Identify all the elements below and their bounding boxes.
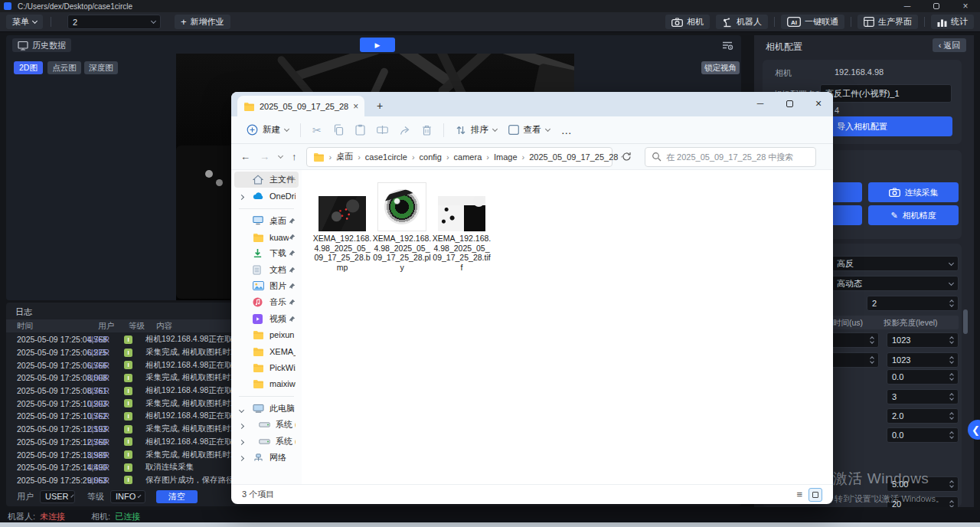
chevron-right-icon[interactable] bbox=[240, 421, 243, 430]
new-tab-button[interactable]: + bbox=[377, 100, 383, 112]
param-spinner-4[interactable]: 0.0 bbox=[887, 427, 959, 443]
breadcrumb-segment[interactable]: Image bbox=[494, 152, 518, 162]
stats-button[interactable]: 统计 bbox=[931, 15, 974, 29]
play-button[interactable]: ▶ bbox=[360, 38, 395, 52]
ai-connect-button[interactable]: AI 一键联通 bbox=[781, 15, 844, 29]
param-spinner-2[interactable]: 3 bbox=[887, 389, 959, 404]
explorer-tab[interactable]: 2025_05_09_17_25_28 × bbox=[237, 96, 364, 116]
mode-select-1[interactable]: 高反 bbox=[831, 256, 959, 271]
back-nav-icon[interactable]: ← bbox=[240, 151, 250, 162]
list-view-icon[interactable]: ≡ bbox=[796, 489, 802, 500]
recent-locations-icon[interactable] bbox=[278, 153, 283, 159]
robot-icon bbox=[722, 17, 733, 28]
sidebar-item-this-pc[interactable]: 此电脑 bbox=[234, 401, 299, 417]
mode-select-1-value: 高反 bbox=[837, 258, 854, 270]
sidebar-item-desktop[interactable]: 桌面 bbox=[234, 213, 299, 229]
chevron-right-icon[interactable] bbox=[240, 437, 243, 446]
copy-icon[interactable] bbox=[333, 124, 344, 136]
explorer-close-button[interactable]: × bbox=[804, 92, 833, 115]
brightness-spinner-2[interactable]: 1023 bbox=[887, 352, 959, 368]
sidebar-item-videos[interactable]: 视频 bbox=[234, 310, 299, 326]
lock-view-button[interactable]: 锁定视角 bbox=[701, 61, 740, 74]
sort-button[interactable]: 排序 bbox=[456, 124, 497, 136]
sidebar-item-pictures[interactable]: 图片 bbox=[234, 278, 299, 294]
chevron-right-icon[interactable] bbox=[240, 191, 243, 201]
production-button[interactable]: 生产界面 bbox=[858, 15, 918, 29]
file-item[interactable]: XEMA_192.168.4.98_2025_05_09_17_25_28.bm… bbox=[312, 181, 372, 272]
more-options-button[interactable]: … bbox=[561, 124, 572, 136]
config-name-input[interactable] bbox=[820, 84, 952, 103]
log-content: 相机192.168.4.98正在取图 bbox=[145, 334, 240, 345]
sidebar-item-downloads[interactable]: 下载 bbox=[234, 245, 299, 261]
paste-icon[interactable] bbox=[355, 124, 365, 136]
search-box[interactable] bbox=[645, 147, 816, 167]
breadcrumb-segment[interactable]: camera bbox=[454, 152, 482, 162]
sidebar-item-music[interactable]: 音乐 bbox=[234, 294, 299, 310]
sidebar-item-documents[interactable]: 文档 bbox=[234, 261, 299, 277]
log-user-filter-select[interactable]: USER bbox=[40, 490, 75, 503]
breadcrumb-segment[interactable]: 2025_05_09_17_25_28 bbox=[529, 152, 618, 162]
chevron-down-icon[interactable] bbox=[240, 404, 243, 414]
breadcrumb-segment[interactable]: config bbox=[420, 152, 442, 162]
sidebar-item-maixiwuxuzhu[interactable]: maixiwuxuzhu bbox=[234, 376, 299, 392]
sidebar-item-drive-c[interactable]: 系统 (C:) bbox=[234, 417, 299, 433]
view-button[interactable]: 查看 bbox=[508, 124, 550, 136]
log-level-filter-select[interactable]: INFO bbox=[110, 490, 145, 503]
up-nav-icon[interactable]: ↑ bbox=[292, 151, 297, 162]
robot-button[interactable]: 机器人 bbox=[716, 15, 768, 29]
camera-accuracy-button[interactable]: ✎ 相机精度 bbox=[868, 205, 959, 225]
breadcrumb-segment[interactable]: 桌面 bbox=[336, 151, 353, 162]
rename-icon[interactable] bbox=[377, 125, 388, 135]
filter-settings-icon[interactable] bbox=[721, 40, 733, 51]
sidebar-item-pickwiz[interactable]: PickWiz bbox=[234, 359, 299, 375]
chevron-right-icon[interactable] bbox=[240, 453, 243, 462]
forward-nav-icon[interactable]: → bbox=[260, 151, 270, 162]
download-icon bbox=[253, 248, 266, 258]
explorer-maximize-button[interactable] bbox=[775, 92, 804, 115]
explorer-content[interactable]: XEMA_192.168.4.98_2025_05_09_17_25_28.bm… bbox=[302, 170, 833, 484]
search-input[interactable] bbox=[666, 152, 796, 162]
camera-button[interactable]: 相机 bbox=[665, 15, 710, 29]
file-item[interactable]: XEMA_192.168.4.98_2025_05_09_17_25_28.ti… bbox=[432, 181, 492, 272]
sidebar-item-home[interactable]: 主文件夹 bbox=[234, 172, 299, 188]
delete-icon[interactable] bbox=[422, 125, 432, 136]
menu-button[interactable]: 菜单 bbox=[6, 15, 43, 29]
large-icons-view-icon[interactable] bbox=[808, 488, 822, 502]
close-button[interactable]: × bbox=[951, 0, 980, 12]
breadcrumb-segment[interactable]: case1circle bbox=[365, 152, 407, 162]
maximize-button[interactable] bbox=[922, 0, 951, 12]
refresh-icon[interactable] bbox=[622, 152, 632, 162]
sidebar-item-label: 系统 (C:) bbox=[276, 419, 296, 430]
new-button[interactable]: 新建 bbox=[247, 124, 289, 136]
sidebar-item-kuawei-dat[interactable]: kuawei_dat bbox=[234, 229, 299, 245]
continuous-capture-label: 连续采集 bbox=[905, 187, 939, 198]
param-spinner-3[interactable]: 2.0 bbox=[887, 408, 959, 424]
history-data-button[interactable]: 历史数据 bbox=[12, 38, 71, 52]
file-item[interactable]: XEMA_192.168.4.98_2025_05_09_17_25_28.pl… bbox=[372, 181, 432, 272]
sidebar-item-network[interactable]: 网络 bbox=[234, 450, 299, 466]
sidebar-item-xema-sdk[interactable]: XEMA_SDK_V bbox=[234, 343, 299, 359]
share-icon[interactable] bbox=[400, 125, 410, 136]
panel-scrollbar-thumb[interactable] bbox=[963, 309, 968, 334]
minimize-button[interactable]: ─ bbox=[893, 0, 922, 12]
explorer-minimize-button[interactable]: ─ bbox=[746, 92, 775, 115]
tab-point-cloud[interactable]: 点云图 bbox=[47, 61, 81, 74]
continuous-capture-button[interactable]: 连续采集 bbox=[868, 182, 959, 202]
back-button[interactable]: ‹ 返回 bbox=[933, 38, 966, 52]
breadcrumb[interactable]: › 桌面›case1circle›config›camera›Image›202… bbox=[306, 147, 612, 167]
cut-icon[interactable]: ✂ bbox=[312, 124, 322, 136]
brightness-spinner-1[interactable]: 1023 bbox=[887, 332, 959, 348]
clear-log-button[interactable]: 清空 bbox=[156, 490, 198, 503]
sidebar-item-peixun[interactable]: peixun bbox=[234, 327, 299, 343]
new-job-button[interactable]: + 新增作业 bbox=[175, 15, 230, 29]
tab-close-icon[interactable]: × bbox=[353, 101, 358, 112]
exposure-count-spinner[interactable]: 2 bbox=[867, 296, 959, 311]
tab-2d-image[interactable]: 2D图 bbox=[14, 61, 43, 74]
job-select[interactable]: 2 bbox=[67, 15, 161, 29]
sidebar-item-drive-d[interactable]: 系统 (D:) bbox=[234, 433, 299, 449]
sidebar-item-onedrive[interactable]: OneDrive bbox=[234, 188, 299, 204]
param-spinner-1[interactable]: 0.0 bbox=[887, 369, 959, 385]
file-thumbnail bbox=[312, 181, 372, 231]
mode-select-2[interactable]: 高动态 bbox=[831, 276, 959, 291]
tab-depth-map[interactable]: 深度图 bbox=[84, 61, 118, 74]
